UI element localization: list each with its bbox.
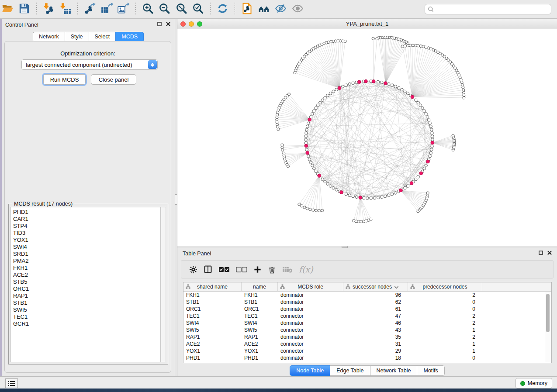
control-tabs: NetworkStyleSelectMCDS [2, 32, 175, 42]
table-row[interactable]: SWI5SWI5connector431 [183, 327, 551, 334]
column-header-predecessor-nodes[interactable]: predecessor nodes [408, 282, 482, 291]
network-from-selection-button[interactable] [240, 2, 255, 17]
column-header-shared-name[interactable]: shared name [183, 282, 242, 291]
memory-button[interactable]: Memory [515, 378, 552, 389]
tab-network[interactable]: Network [33, 32, 65, 42]
mcds-result-item[interactable]: TID3 [13, 230, 160, 237]
main-toolbar [0, 0, 557, 19]
tab-network-table[interactable]: Network Table [370, 365, 417, 376]
hierarchy-icon [186, 284, 190, 290]
task-history-button[interactable] [5, 378, 18, 388]
table-row[interactable]: ACE2ACE2connector311 [183, 340, 551, 347]
table-scrollbar[interactable] [545, 292, 550, 362]
table-row[interactable]: STB1STB1dominator620 [183, 299, 551, 306]
floppy-disk-icon [18, 3, 30, 16]
close-panel-button[interactable]: Close panel [91, 74, 136, 85]
close-panel-icon[interactable] [166, 22, 170, 26]
tab-node-table[interactable]: Node Table [290, 365, 330, 376]
network-view-window: YPA_prune.txt_1 [177, 19, 557, 246]
table-cell: 2 [408, 320, 482, 327]
optimization-criterion-select[interactable]: largest connected component (undirected) [21, 59, 158, 70]
zoom-in-button[interactable] [141, 2, 156, 17]
save-session-button[interactable] [17, 2, 31, 17]
toggle-column-panel-button[interactable] [204, 265, 212, 274]
run-mcds-button[interactable]: Run MCDS [43, 74, 86, 85]
zoom-fit-button[interactable] [174, 2, 189, 17]
tab-edge-table[interactable]: Edge Table [330, 365, 370, 376]
mcds-result-item[interactable]: RAP1 [13, 292, 160, 299]
mcds-result-item[interactable]: SRD1 [13, 251, 160, 258]
float-panel-icon[interactable] [157, 22, 162, 26]
table-row[interactable]: PHD1PHD1dominator180 [183, 354, 551, 361]
table-cell: 2 [408, 313, 482, 320]
eye-slash-icon [275, 3, 287, 16]
float-panel-icon[interactable] [539, 251, 543, 255]
open-session-button[interactable] [0, 2, 15, 17]
mcds-result-item[interactable]: STB5 [13, 279, 160, 285]
table-scrollbar-thumb[interactable] [546, 294, 550, 332]
mcds-result-item[interactable]: ORC1 [13, 285, 160, 292]
network-canvas[interactable] [177, 29, 557, 246]
control-panel: Control Panel NetworkStyleSelectMCDS Opt… [2, 19, 175, 376]
mcds-result-item[interactable]: PHD1 [13, 209, 160, 216]
column-header-MCDS-role[interactable]: MCDS role [278, 282, 343, 291]
tab-motifs[interactable]: Motifs [417, 365, 444, 376]
mcds-result-item[interactable]: TEC1 [13, 313, 160, 320]
table-row[interactable]: RAP1RAP1dominator352 [183, 334, 551, 340]
delete-column-button[interactable] [268, 265, 276, 274]
table-cell: 2 [408, 334, 482, 340]
table-cell: PHD1 [242, 354, 278, 361]
table-cell: 1 [408, 347, 482, 354]
tab-style[interactable]: Style [65, 32, 89, 42]
import-network-button[interactable] [41, 2, 56, 17]
zoom-out-button[interactable] [157, 2, 172, 17]
search-field[interactable] [425, 4, 551, 14]
hide-selected-button[interactable] [273, 2, 288, 17]
table-settings-button[interactable] [189, 265, 197, 274]
deselect-all-button[interactable] [236, 266, 247, 273]
close-panel-icon[interactable] [547, 251, 552, 255]
mcds-result-item[interactable]: YOX1 [13, 237, 160, 244]
mcds-result-item[interactable]: STB1 [13, 299, 160, 306]
mcds-result-item[interactable]: CAR1 [13, 216, 160, 223]
export-image-button[interactable] [116, 2, 131, 17]
export-network-button[interactable] [83, 2, 97, 17]
table-row[interactable]: TEC1TEC1connector472 [183, 313, 551, 320]
mcds-result-item[interactable]: GCR1 [13, 320, 160, 327]
mcds-result-item[interactable]: SWI4 [13, 244, 160, 251]
tab-mcds[interactable]: MCDS [115, 32, 144, 42]
mcds-result-list[interactable]: PHD1CAR1STP4TID3YOX1SWI4SRD1PMA2FKH1ACE2… [10, 207, 161, 362]
mcds-result-item[interactable]: STP4 [13, 223, 160, 230]
mcds-result-item[interactable]: ACE2 [13, 272, 160, 279]
import-network-icon [43, 3, 55, 16]
tab-select[interactable]: Select [89, 32, 116, 42]
import-table-button[interactable] [58, 2, 73, 17]
table-toolbar: f(x) [181, 260, 554, 279]
export-table-icon [101, 3, 113, 16]
splitter-grip[interactable] [175, 194, 177, 205]
zoom-selected-button[interactable] [191, 2, 206, 17]
add-column-button[interactable] [253, 265, 262, 274]
table-row[interactable]: YOX1YOX1connector291 [183, 347, 551, 354]
status-bar: Memory [0, 376, 557, 389]
table-row[interactable]: FKH1FKH1dominator962 [183, 292, 551, 299]
toolbar-separator [210, 3, 211, 16]
mcds-list-scrollbar[interactable] [161, 207, 166, 362]
optimization-criterion-label: Optimization criterion: [5, 50, 171, 57]
network-titlebar[interactable]: YPA_prune.txt_1 [177, 19, 557, 29]
mcds-result-item[interactable]: PMA2 [13, 258, 160, 265]
table-row[interactable]: SWI4SWI4dominator462 [183, 320, 551, 327]
find-button[interactable] [256, 2, 271, 17]
export-table-button[interactable] [99, 2, 114, 17]
column-header-successor-nodes[interactable]: successor nodes [343, 282, 408, 291]
mcds-result-item[interactable]: FKH1 [13, 265, 160, 272]
table-cell: 96 [343, 292, 408, 299]
mcds-result-item[interactable]: SWI5 [13, 306, 160, 313]
select-all-button[interactable] [218, 266, 230, 273]
table-cell: 2 [408, 292, 482, 299]
search-input[interactable] [434, 5, 551, 14]
apply-layout-button[interactable] [215, 2, 230, 17]
column-header-name[interactable]: name [242, 282, 278, 291]
show-hidden-button[interactable] [290, 2, 305, 17]
table-row[interactable]: ORC1ORC1dominator610 [183, 306, 551, 313]
